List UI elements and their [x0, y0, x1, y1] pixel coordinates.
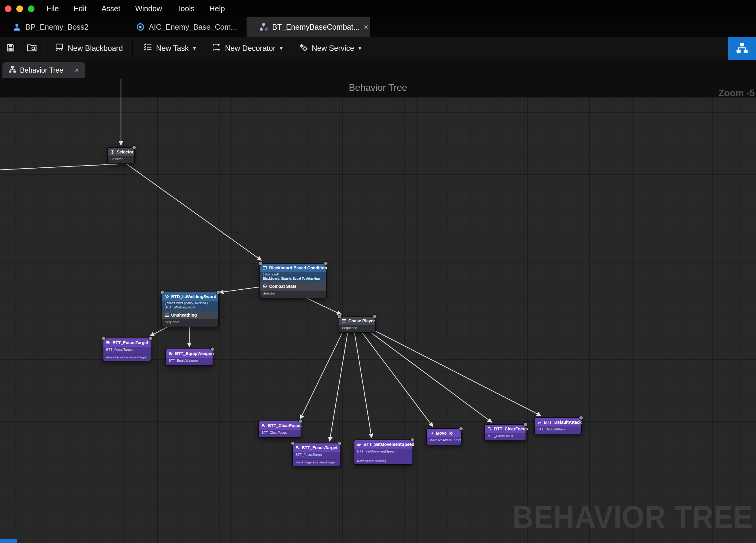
- node-pin[interactable]: [217, 291, 220, 294]
- task-icon: [357, 442, 361, 447]
- task-icon: [262, 424, 266, 428]
- node-pin[interactable]: [299, 420, 302, 423]
- behavior-tree-mode-button[interactable]: [728, 37, 756, 60]
- node-btt-clearfocus-1[interactable]: BTT_ClearFocus BTT_ClearFocus: [258, 421, 301, 438]
- node-subtitle: BTT_SetMovementSpeed:: [354, 449, 412, 456]
- node-btt-defaultattack[interactable]: BTT_DefaultAttack BTT_DefaultAttack: [534, 417, 582, 434]
- window-controls: [5, 5, 34, 12]
- decorator-title: BTD_IsWieldingSword: [171, 294, 216, 299]
- close-tab-icon[interactable]: ×: [364, 22, 368, 32]
- chevron-down-icon: ▾: [193, 44, 196, 52]
- node-btt-clearfocus-2[interactable]: BTT_ClearFocus BTT_ClearFocus: [484, 424, 526, 441]
- node-title: BTT_ClearFocus: [268, 423, 301, 428]
- node-pin[interactable]: [102, 337, 105, 340]
- node-pin[interactable]: [459, 427, 463, 430]
- minimize-window-button[interactable]: [16, 5, 23, 12]
- folder-search-icon: [27, 43, 37, 54]
- menu-help[interactable]: Help: [209, 4, 225, 13]
- node-title: Selector: [117, 149, 133, 154]
- node-btt-focustarget-1[interactable]: BTT_FocusTarget BTT_FocusTarget Attack T…: [103, 338, 151, 362]
- node-blackboard-based-condition[interactable]: Blackboard Based Condition ( aborts self…: [259, 263, 327, 299]
- node-pin[interactable]: [338, 442, 341, 445]
- task-list-icon: [143, 42, 152, 54]
- close-tab-icon[interactable]: ×: [75, 66, 79, 74]
- menu-asset[interactable]: Asset: [101, 4, 120, 13]
- node-subtitle: BTT_FocusTarget: [293, 452, 340, 459]
- decorator-condition-text: Blackboard: State Is Equal To Attacking: [260, 277, 326, 281]
- node-subtitle: BTT_DefaultAttack: [535, 427, 581, 434]
- node-move-to[interactable]: Move To MoveTo: AttackTarget: [426, 428, 462, 445]
- node-pin[interactable]: [579, 416, 583, 420]
- node-title: BTT_SetMovementSpeed: [363, 442, 414, 447]
- node-pin[interactable]: [524, 423, 527, 426]
- tab-bp-enemy-boss2[interactable]: BP_Enemy_Boss2: [0, 17, 123, 37]
- close-window-button[interactable]: [5, 5, 11, 12]
- move-to-icon: [429, 431, 434, 435]
- chevron-down-icon: ▾: [280, 44, 283, 52]
- decorator-condition-text: BTD_IsWieldingSword: [162, 305, 218, 309]
- new-blackboard-label: New Blackboard: [68, 44, 123, 53]
- node-detail: Attack Target Key: AttackTarget: [293, 459, 340, 466]
- task-icon: [169, 352, 173, 356]
- node-pin[interactable]: [411, 438, 414, 442]
- node-btd-iswieldingsword[interactable]: BTD_IsWieldingSword ( aborts lower prior…: [161, 292, 219, 327]
- node-title: Unsheathing: [171, 313, 197, 318]
- new-task-label: New Task: [156, 44, 189, 53]
- node-pin[interactable]: [161, 291, 164, 294]
- decorator-abort-mode: ( aborts self ): [260, 272, 326, 277]
- node-subtitle: BTT_FocusTarget: [103, 347, 151, 354]
- new-service-label: New Service: [312, 44, 354, 53]
- node-pin[interactable]: [373, 315, 376, 318]
- graph-title-band: Behavior Tree: [0, 78, 756, 97]
- tab-label: BP_Enemy_Boss2: [25, 23, 88, 31]
- tab-label: BT_EnemyBaseCombat...: [272, 23, 360, 31]
- node-title: BTT_DefaultAttack: [544, 420, 582, 425]
- status-accent-bar: [0, 539, 17, 543]
- node-pin[interactable]: [132, 146, 136, 149]
- menu-tools[interactable]: Tools: [177, 4, 194, 13]
- node-chase-player[interactable]: Chase Player Sequence: [339, 316, 376, 333]
- node-subtitle: Sequence: [162, 319, 218, 327]
- node-pin[interactable]: [291, 442, 295, 445]
- task-icon: [488, 427, 492, 431]
- save-icon: [6, 43, 15, 54]
- node-subtitle: Sequence: [339, 325, 375, 332]
- node-btt-equipweapon[interactable]: BTT_EquipWeapon BTT_EquipWeapon: [165, 349, 213, 366]
- node-title: BTT_ClearFocus: [494, 427, 528, 431]
- maximize-window-button[interactable]: [28, 5, 34, 12]
- node-pin[interactable]: [324, 262, 327, 265]
- doc-tab-behavior-tree[interactable]: Behavior Tree ×: [2, 62, 85, 78]
- toolbar-separator: [44, 40, 45, 56]
- decorator-icon: [212, 42, 221, 54]
- new-decorator-button[interactable]: New Decorator ▾: [204, 37, 291, 60]
- new-blackboard-button[interactable]: New Blackboard: [47, 37, 131, 60]
- menu-window[interactable]: Window: [135, 4, 162, 13]
- node-title: BTT_FocusTarget: [302, 445, 337, 450]
- node-pin[interactable]: [149, 337, 152, 340]
- blackboard-icon: [54, 42, 64, 54]
- browse-to-asset-button[interactable]: [21, 37, 42, 60]
- node-pin[interactable]: [338, 315, 341, 318]
- node-pin[interactable]: [211, 348, 214, 351]
- node-detail: Attack Target Key: AttackTarget: [103, 354, 151, 361]
- decorator-icon: [165, 295, 169, 299]
- node-btt-setmovementspeed[interactable]: BTT_SetMovementSpeed BTT_SetMovementSpee…: [354, 440, 413, 465]
- tab-bt-enemybasecombat[interactable]: BT_EnemyBaseCombat... ×: [247, 17, 370, 37]
- node-title: BTT_EquipWeapon: [175, 351, 214, 356]
- node-subtitle: Selector: [260, 291, 326, 298]
- node-selector[interactable]: Selector Selector: [107, 147, 135, 164]
- node-btt-focustarget-2[interactable]: BTT_FocusTarget BTT_FocusTarget Attack T…: [292, 443, 341, 466]
- doc-tab-label: Behavior Tree: [20, 66, 63, 74]
- asset-tab-bar: BP_Enemy_Boss2 AIC_Enemy_Base_Com... BT_…: [0, 17, 756, 37]
- save-button[interactable]: [0, 37, 21, 60]
- menu-file[interactable]: File: [47, 4, 59, 13]
- menu-edit[interactable]: Edit: [73, 4, 86, 13]
- sequence-icon: [165, 313, 169, 317]
- new-service-button[interactable]: New Service ▾: [291, 37, 369, 60]
- node-subtitle: MoveTo: AttackTarget: [427, 437, 461, 445]
- tab-aic-enemy-base[interactable]: AIC_Enemy_Base_Com...: [123, 17, 247, 37]
- ai-controller-icon: [136, 23, 145, 31]
- new-task-button[interactable]: New Task ▾: [135, 37, 204, 60]
- node-subtitle: BTT_EquipWeapon: [166, 358, 213, 365]
- node-pin[interactable]: [259, 262, 262, 265]
